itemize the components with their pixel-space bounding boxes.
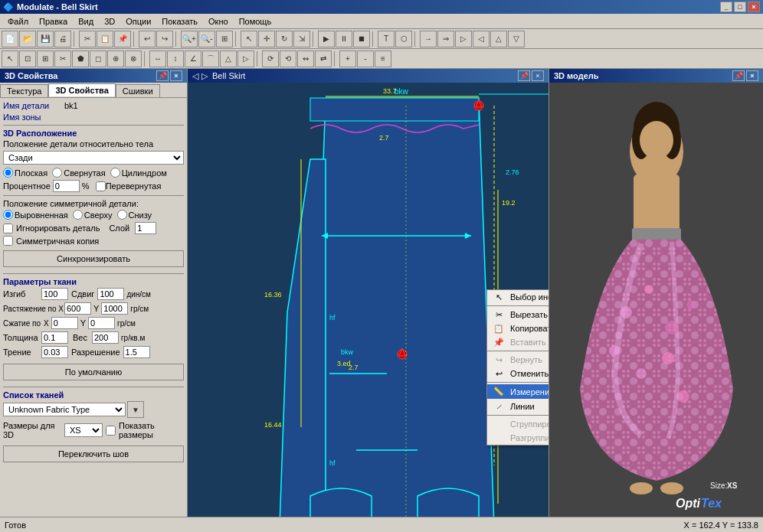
tb2-btn1[interactable]: ↖ [2, 51, 18, 67]
tb-extra1[interactable]: → [420, 31, 437, 47]
minimize-button[interactable]: _ [720, 2, 732, 12]
tb-zoom-fit[interactable]: ⊞ [216, 31, 233, 47]
tb-copy[interactable]: 📋 [97, 31, 113, 47]
tb2-btn13[interactable]: △ [220, 51, 237, 67]
weight-input[interactable] [92, 331, 119, 344]
tb-3d-btn3[interactable]: ⏹ [353, 31, 370, 47]
menu-window[interactable]: Окно [204, 15, 233, 28]
tb-print[interactable]: 🖨 [54, 31, 71, 47]
radio-curved[interactable]: Свернутая [52, 168, 105, 178]
tb2-btn16[interactable]: ⟲ [280, 51, 296, 67]
compr-y-input[interactable] [88, 317, 115, 329]
menu-show[interactable]: Показать [157, 15, 202, 28]
radio-bottom[interactable]: Снизу [117, 210, 152, 220]
center-pin-button[interactable]: 📌 [518, 70, 530, 81]
tb2-btn11[interactable]: ∠ [185, 51, 201, 67]
ctx-copy[interactable]: 📋 Копировать Ctrl+C [487, 321, 549, 335]
switch-seam-button[interactable]: Переключить шов [3, 446, 184, 462]
panel-pin-button[interactable]: 📌 [156, 70, 169, 81]
sync-button[interactable]: Синхронизировать [3, 250, 184, 267]
menu-options[interactable]: Опции [121, 15, 156, 28]
tb2-btn12[interactable]: ⌒ [202, 51, 219, 67]
ctx-cut[interactable]: ✂ Вырезать Ctrl+X [487, 308, 549, 321]
tb-open[interactable]: 📂 [19, 31, 36, 47]
percent-input[interactable] [53, 180, 80, 192]
tb-zoom-out[interactable]: 🔍- [198, 31, 215, 47]
center-close-button[interactable]: × [532, 70, 544, 81]
friction-input[interactable] [41, 346, 68, 358]
tb-rotate[interactable]: ↻ [276, 31, 293, 47]
tb2-btn7[interactable]: ⊕ [107, 51, 124, 67]
tb2-btn3[interactable]: ⊞ [37, 51, 54, 67]
tab-seams[interactable]: Сшивки [116, 84, 160, 97]
tb2-btn2[interactable]: ⊡ [19, 51, 36, 67]
fabric-menu-btn[interactable]: ▼ [127, 401, 144, 418]
tb-3d-btn2[interactable]: ⏸ [336, 31, 352, 47]
tb-new[interactable]: 📄 [2, 31, 18, 47]
inverted-checkbox[interactable] [96, 181, 106, 191]
menu-file[interactable]: Файл [3, 15, 33, 28]
layer-input[interactable] [135, 222, 156, 234]
resolution-input[interactable] [123, 346, 150, 358]
tb2-btn18[interactable]: ⇄ [315, 51, 332, 67]
default-button[interactable]: По умолчанию [3, 364, 184, 380]
size-dropdown[interactable]: XS [64, 423, 103, 437]
tb2-btn19[interactable]: + [339, 51, 356, 67]
shift-input[interactable] [97, 288, 124, 300]
tb2-btn10[interactable]: ↕ [167, 51, 184, 67]
ignore-checkbox[interactable] [3, 224, 13, 233]
tb-scale[interactable]: ⇲ [293, 31, 310, 47]
tab-3d-props[interactable]: 3D Свойства [48, 83, 115, 97]
maximize-button[interactable]: □ [734, 2, 746, 12]
tab-texture[interactable]: Текстура [0, 84, 48, 97]
tb-extra6[interactable]: ▽ [508, 31, 525, 47]
right-close-button[interactable]: × [746, 70, 758, 81]
placement-dropdown[interactable]: Сзади [3, 151, 184, 165]
tb2-btn8[interactable]: ⊗ [125, 51, 142, 67]
tb2-btn6[interactable]: ◻ [90, 51, 106, 67]
tb-paste[interactable]: 📌 [114, 31, 131, 47]
tb-select[interactable]: ↖ [241, 31, 257, 47]
tb-extra3[interactable]: ▷ [455, 31, 472, 47]
bend-input[interactable] [41, 288, 68, 300]
show-size-checkbox[interactable] [106, 426, 116, 436]
tb2-btn5[interactable]: ⬟ [72, 51, 89, 67]
canvas-area[interactable]: bkw 33.7 19.2 2.76 2.7 16.36 16.44 [188, 83, 549, 517]
nav-right-icon[interactable]: ▷ [201, 71, 208, 81]
radio-align[interactable]: Выровненная [3, 210, 68, 220]
tb2-btn4[interactable]: ✂ [54, 51, 71, 67]
menu-3d[interactable]: 3D [100, 15, 120, 28]
tb-extra4[interactable]: ◁ [473, 31, 490, 47]
menu-help[interactable]: Помощь [234, 15, 277, 28]
panel-close-button[interactable]: × [170, 70, 182, 81]
ctx-undo[interactable]: ↩ Отменить Ctrl+Z [487, 367, 549, 380]
close-button[interactable]: × [748, 2, 760, 12]
tb-save[interactable]: 💾 [37, 31, 54, 47]
fabric-dropdown[interactable]: Unknown Fabric Type [3, 403, 126, 416]
tb2-btn9[interactable]: ↔ [149, 51, 166, 67]
ctx-lines[interactable]: ⟋ Линии ▶ [487, 399, 549, 413]
tb-wire[interactable]: ⬡ [395, 31, 412, 47]
tb-move[interactable]: ✛ [258, 31, 275, 47]
tb2-btn14[interactable]: ▷ [237, 51, 254, 67]
right-pin-button[interactable]: 📌 [732, 70, 745, 81]
tb-zoom-in[interactable]: 🔍+ [181, 31, 198, 47]
radio-cylinder[interactable]: Цилиндром [110, 168, 167, 178]
thickness-input[interactable] [41, 331, 68, 344]
stretch-y-input[interactable] [101, 302, 128, 315]
tb-3d-btn1[interactable]: ▶ [318, 31, 335, 47]
tb2-btn15[interactable]: ⟳ [262, 51, 279, 67]
menu-view[interactable]: Вид [74, 15, 98, 28]
ctx-measurements[interactable]: 📏 Измерения ▶ [487, 384, 549, 399]
ctx-select-tool[interactable]: ↖ Выбор инструмента [487, 290, 549, 304]
radio-flat[interactable]: Плоская [3, 168, 47, 178]
sym-copy-checkbox[interactable] [3, 236, 13, 246]
nav-left-icon[interactable]: ◁ [192, 71, 198, 81]
tb-texture[interactable]: T [378, 31, 395, 47]
compr-x-input[interactable] [51, 317, 78, 329]
tb-cut[interactable]: ✂ [79, 31, 96, 47]
tb-extra2[interactable]: ⇒ [437, 31, 454, 47]
tb-undo[interactable]: ↩ [139, 31, 156, 47]
radio-top[interactable]: Сверху [73, 210, 113, 220]
tb-redo[interactable]: ↪ [156, 31, 173, 47]
